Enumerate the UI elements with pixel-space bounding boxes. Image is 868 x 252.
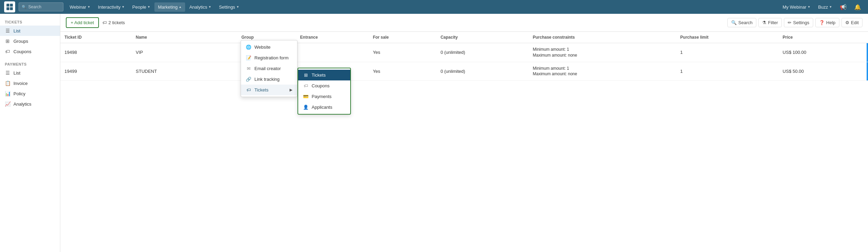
toolbar-right: 🔍 Search ⚗ Filter ✏ Settings ❓ Help ⚙ <box>727 18 862 27</box>
search-button[interactable]: 🔍 Search <box>727 18 756 27</box>
list-icon: ☰ <box>5 28 10 33</box>
bell-icon[interactable]: 🔔 <box>851 2 864 12</box>
sidebar-item-groups[interactable]: ⊞ Groups <box>0 36 60 46</box>
dropdown-item-registration-form[interactable]: 📝 Registration form <box>241 52 297 63</box>
nav-item-settings[interactable]: Settings ▼ <box>215 2 243 12</box>
coupon-icon: 🏷 <box>5 49 10 54</box>
col-header-price: Price <box>778 32 868 43</box>
cell-purchase-constraints: Minimum amount: 1Maximum amount: none <box>528 62 676 81</box>
invoice-icon: 📋 <box>5 80 10 86</box>
settings-icon: ✏ <box>788 20 791 25</box>
add-ticket-button[interactable]: + Add ticket <box>66 17 99 28</box>
chevron-down-icon: ▼ <box>122 5 125 9</box>
nav-item-people[interactable]: People ▼ <box>129 2 154 12</box>
cell-purchase-limit: 1 <box>676 62 778 81</box>
tag-icon: 🏷 <box>102 20 107 25</box>
groups-icon: ⊞ <box>5 38 10 44</box>
submenu-item-tickets[interactable]: ⊞ Tickets <box>298 70 350 80</box>
dropdown-item-tickets[interactable]: 🏷 Tickets ▶ <box>241 85 297 95</box>
help-icon: ❓ <box>819 20 825 25</box>
submenu: ⊞ Tickets 🏷 Coupons 💳 Payments 👤 Applica… <box>297 68 351 115</box>
help-button[interactable]: ❓ Help <box>815 18 839 27</box>
main-nav-items: Webinar ▼ Interactivity ▼ People ▼ Marke… <box>66 2 243 12</box>
edit-button[interactable]: ⚙ Edit <box>841 18 862 27</box>
chevron-down-icon: ▼ <box>829 5 832 9</box>
buzz-button[interactable]: Buzz ▼ <box>815 3 835 11</box>
nav-item-interactivity[interactable]: Interactivity ▼ <box>94 2 128 12</box>
sidebar-item-policy[interactable]: 📊 Policy <box>0 88 60 99</box>
svg-rect-3 <box>10 7 13 10</box>
app-logo[interactable] <box>4 1 15 12</box>
sidebar-item-list[interactable]: ☰ List <box>0 26 60 36</box>
col-header-name: Name <box>132 32 214 43</box>
chevron-down-icon: ▼ <box>147 5 150 9</box>
nav-item-analytics[interactable]: Analytics ▼ <box>186 2 215 12</box>
cell-ticket-id: 19499 <box>60 62 132 81</box>
my-webinar-button[interactable]: My Webinar ▼ <box>780 3 813 11</box>
search-icon: 🔍 <box>731 20 737 25</box>
dropdown-item-link-tracking[interactable]: 🔗 Link tracking <box>241 74 297 85</box>
chevron-down-icon: ▼ <box>87 5 90 9</box>
col-header-for-sale: For sale <box>369 32 436 43</box>
cell-for-sale: Yes <box>369 43 436 62</box>
col-header-empty <box>214 32 237 43</box>
person-icon: 👤 <box>303 105 309 110</box>
email-icon: ✉ <box>246 66 251 71</box>
marketing-dropdown: 🌐 Website 📝 Registration form ✉ Email cr… <box>241 40 297 97</box>
nav-item-marketing[interactable]: Marketing ▲ <box>154 2 185 12</box>
policy-icon: 📊 <box>5 91 10 96</box>
arrow-right-icon: ▶ <box>290 88 292 92</box>
sidebar: TICKETS ☰ List ⊞ Groups 🏷 Coupons PAYMEN… <box>0 14 60 252</box>
cell-capacity: 0 (unlimited) <box>436 43 529 62</box>
tickets-section-label: TICKETS <box>0 18 60 26</box>
cell-name: VIP <box>132 43 214 62</box>
main-content: + Add ticket 🏷 2 tickets 🔍 Search ⚗ Filt… <box>60 14 868 252</box>
tickets-table-container: Ticket ID Name Group Entrance For sale C… <box>60 32 868 81</box>
cell-empty <box>214 43 237 62</box>
filter-button[interactable]: ⚗ Filter <box>758 18 782 27</box>
megaphone-icon[interactable]: 📢 <box>837 2 849 12</box>
top-navigation: 🔍 Search Webinar ▼ Interactivity ▼ Peopl… <box>0 0 868 14</box>
page-layout: TICKETS ☰ List ⊞ Groups 🏷 Coupons PAYMEN… <box>0 14 868 252</box>
cell-purchase-limit: 1 <box>676 43 778 62</box>
cell-ticket-id: 19498 <box>60 43 132 62</box>
svg-rect-0 <box>7 4 9 7</box>
table-row: 19498 VIP GOLD Yes 0 (unlimited) Minimum… <box>60 43 868 62</box>
submenu-item-applicants[interactable]: 👤 Applicants <box>298 102 350 113</box>
search-icon: 🔍 <box>22 5 27 9</box>
analytics-icon: 📈 <box>5 101 10 107</box>
tickets-count: 🏷 2 tickets <box>102 20 125 25</box>
settings-button[interactable]: ✏ Settings <box>784 18 813 27</box>
toolbar: + Add ticket 🏷 2 tickets 🔍 Search ⚗ Filt… <box>60 14 868 32</box>
filter-icon: ⚗ <box>762 20 766 25</box>
sidebar-item-payments-list[interactable]: ☰ List <box>0 68 60 78</box>
chevron-up-icon: ▲ <box>179 5 182 9</box>
nav-right-section: My Webinar ▼ Buzz ▼ 📢 🔔 <box>780 2 864 12</box>
submenu-item-coupons[interactable]: 🏷 Coupons <box>298 80 350 91</box>
dropdown-item-email-creator[interactable]: ✉ Email creator <box>241 63 297 74</box>
card-icon: 💳 <box>303 94 309 99</box>
submenu-item-payments[interactable]: 💳 Payments <box>298 91 350 102</box>
cell-purchase-constraints: Minimum amount: 1Maximum amount: none <box>528 43 676 62</box>
coupon-icon: 🏷 <box>303 83 309 88</box>
cell-price: US$ 50.00 <box>778 62 868 81</box>
svg-rect-1 <box>10 4 13 7</box>
sidebar-item-analytics[interactable]: 📈 Analytics <box>0 99 60 109</box>
top-search-input[interactable]: 🔍 Search <box>19 2 63 11</box>
dropdown-item-website[interactable]: 🌐 Website <box>241 42 297 52</box>
svg-rect-2 <box>7 7 9 10</box>
link-icon: 🔗 <box>246 77 251 82</box>
col-header-entrance: Entrance <box>296 32 369 43</box>
edit-icon: ⚙ <box>845 20 849 25</box>
cell-name: STUDENT <box>132 62 214 81</box>
col-header-capacity: Capacity <box>436 32 529 43</box>
table-icon: ⊞ <box>303 72 309 78</box>
nav-item-webinar[interactable]: Webinar ▼ <box>66 2 94 12</box>
sidebar-item-invoice[interactable]: 📋 Invoice <box>0 78 60 88</box>
globe-icon: 🌐 <box>246 45 251 50</box>
col-header-ticket-id: Ticket ID <box>60 32 132 43</box>
col-header-purchase-limit: Purchase limit <box>676 32 778 43</box>
table-row: 19499 STUDENT Yes 0 (unlimited) Minimum … <box>60 62 868 81</box>
sidebar-item-coupons[interactable]: 🏷 Coupons <box>0 46 60 57</box>
form-icon: 📝 <box>246 55 251 60</box>
